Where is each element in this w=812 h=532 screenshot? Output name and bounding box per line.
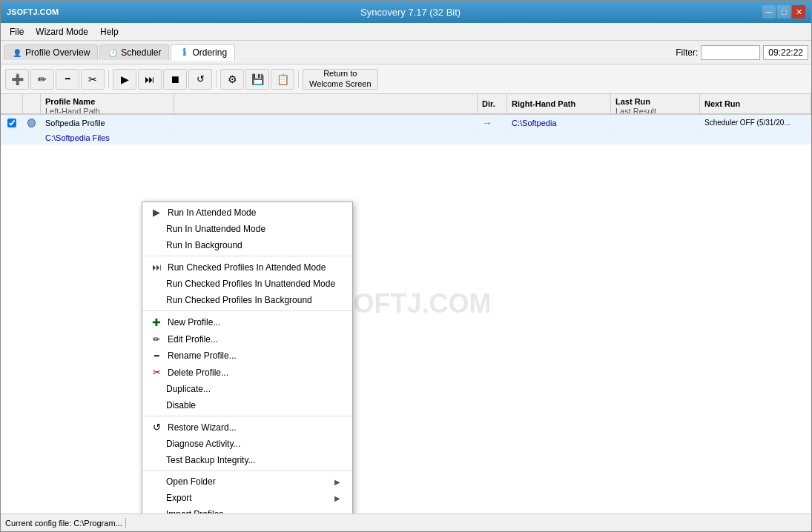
return-welcome-button[interactable]: Return to Welcome Screen (303, 69, 378, 90)
close-button[interactable]: ✕ (792, 5, 805, 19)
rename-profile-ctx-icon: ━ (148, 351, 165, 361)
tab-scheduler[interactable]: 🕐 Scheduler (99, 44, 169, 60)
ctx-delete-profile-label: Delete Profile... (168, 368, 228, 378)
ctx-test-backup-label: Test Backup Integrity... (166, 455, 256, 465)
ctx-run-checked-unattended[interactable]: Run Checked Profiles In Unattended Mode (142, 276, 352, 292)
toolbar-sep-3 (298, 70, 299, 88)
tab-ordering-label: Ordering (192, 47, 227, 58)
brand-left: JSOFTJ.COM (7, 7, 59, 16)
ctx-test-backup[interactable]: Test Backup Integrity... (142, 452, 352, 468)
context-menu: ▶ Run In Attended Mode Run In Unattended… (142, 202, 353, 513)
delete-profile-ctx-icon: ✂ (148, 367, 165, 378)
ctx-run-checked-background-label: Run Checked Profiles In Background (166, 295, 312, 305)
ctx-sep-4 (142, 471, 352, 471)
time-display: 09:22:22 (763, 45, 808, 60)
tab-ordering[interactable]: ℹ Ordering (171, 44, 235, 61)
ctx-export[interactable]: Export ▶ (142, 490, 352, 506)
ctx-run-unattended[interactable]: Run In Unattended Mode (142, 221, 352, 237)
menu-file[interactable]: File (4, 25, 30, 39)
ctx-diagnose[interactable]: Diagnose Activity... (142, 436, 352, 452)
tab-scheduler-label: Scheduler (121, 47, 161, 58)
main-toolbar: ➕ ✏ ━ ✂ ▶ ⏭ ⏹ ↺ ⚙ 💾 📋 Return to Welcome … (1, 64, 811, 94)
ctx-run-attended[interactable]: ▶ Run In Attended Mode (142, 204, 352, 221)
status-bar: Current config file: C:\Program... (1, 513, 811, 531)
ctx-new-profile-label: New Profile... (168, 317, 220, 327)
ctx-duplicate-label: Duplicate... (166, 384, 211, 394)
edit-profile-ctx-icon: ✏ (148, 334, 165, 345)
ctx-rename-profile-label: Rename Profile... (168, 350, 237, 361)
ctx-edit-profile[interactable]: ✏ Edit Profile... (142, 331, 352, 348)
run-checked-attended-icon: ⏭ (148, 262, 165, 273)
main-window: JSOFTJ.COM Syncovery 7.17 (32 Bit) ─ □ ✕… (0, 0, 812, 532)
status-divider (125, 518, 126, 528)
run-button[interactable]: ▶ (113, 69, 136, 90)
ctx-sep-2 (142, 310, 352, 311)
minimize-button[interactable]: ─ (762, 5, 776, 19)
profile-overview-icon: 👤 (12, 47, 22, 58)
ctx-open-folder-label: Open Folder (166, 476, 334, 487)
new-profile-button[interactable]: ➕ (5, 69, 29, 90)
ctx-restore-wizard[interactable]: ↺ Restore Wizard... (142, 419, 352, 436)
context-menu-overlay: ▶ Run In Attended Mode Run In Unattended… (1, 94, 811, 513)
ctx-run-checked-unattended-label: Run Checked Profiles In Unattended Mode (166, 279, 335, 289)
maximize-button[interactable]: □ (777, 5, 790, 19)
ctx-sep-1 (142, 256, 352, 256)
status-text: Current config file: C:\Program... (5, 519, 122, 528)
ctx-export-label: Export (166, 493, 334, 503)
settings-button[interactable]: ⚙ (220, 69, 244, 90)
run-all-button[interactable]: ⏭ (138, 69, 162, 90)
filter-label: Filter: (676, 47, 698, 58)
delete-button[interactable]: ✂ (81, 69, 105, 90)
title-bar-left: JSOFTJ.COM (7, 7, 59, 16)
tab-profile-overview[interactable]: 👤 Profile Overview (4, 44, 98, 60)
rename-button[interactable]: ━ (56, 69, 79, 90)
tab-profile-overview-label: Profile Overview (25, 47, 90, 58)
ctx-import-profiles-label: Import Profiles... (166, 509, 231, 513)
copy-button[interactable]: 📋 (271, 69, 294, 90)
title-bar: JSOFTJ.COM Syncovery 7.17 (32 Bit) ─ □ ✕ (1, 1, 811, 23)
ctx-open-folder[interactable]: Open Folder ▶ (142, 473, 352, 490)
ctx-restore-wizard-label: Restore Wizard... (168, 422, 237, 433)
ctx-delete-profile[interactable]: ✂ Delete Profile... (142, 364, 352, 381)
toolbar-sep-2 (216, 70, 217, 88)
ctx-run-attended-label: Run In Attended Mode (168, 207, 256, 218)
ctx-disable-label: Disable (166, 400, 196, 410)
ctx-run-background-label: Run In Background (166, 240, 242, 250)
ordering-icon: ℹ (179, 47, 189, 58)
menu-bar: File Wizard Mode Help (1, 23, 811, 41)
title-controls: ─ □ ✕ (762, 5, 805, 19)
menu-help[interactable]: Help (94, 25, 125, 39)
ctx-run-checked-attended[interactable]: ⏭ Run Checked Profiles In Attended Mode (142, 259, 352, 276)
filter-input[interactable] (701, 45, 760, 60)
save-button[interactable]: 💾 (245, 69, 269, 90)
ctx-edit-profile-label: Edit Profile... (168, 334, 218, 345)
stop-button[interactable]: ⏹ (163, 69, 187, 90)
restore-wizard-ctx-icon: ↺ (148, 422, 165, 433)
ctx-run-background[interactable]: Run In Background (142, 237, 352, 253)
toolbar-sep-1 (108, 70, 109, 88)
edit-button[interactable]: ✏ (30, 69, 54, 90)
ctx-import-profiles[interactable]: Import Profiles... (142, 506, 352, 513)
ctx-disable[interactable]: Disable (142, 397, 352, 413)
ctx-diagnose-label: Diagnose Activity... (166, 439, 241, 449)
export-submenu-arrow: ▶ (334, 494, 340, 502)
ctx-run-checked-attended-label: Run Checked Profiles In Attended Mode (168, 262, 326, 273)
scheduler-icon: 🕐 (108, 47, 118, 58)
ctx-sep-3 (142, 416, 352, 416)
filter-area: Filter: 09:22:22 (676, 45, 808, 60)
ctx-run-checked-background[interactable]: Run Checked Profiles In Background (142, 292, 352, 308)
ctx-duplicate[interactable]: Duplicate... (142, 381, 352, 397)
ctx-rename-profile[interactable]: ━ Rename Profile... (142, 348, 352, 364)
ctx-new-profile[interactable]: ✚ New Profile... (142, 313, 352, 331)
ctx-run-unattended-label: Run In Unattended Mode (166, 224, 265, 234)
run-attended-icon: ▶ (148, 207, 165, 218)
toolbar-tabs: 👤 Profile Overview 🕐 Scheduler ℹ Orderin… (1, 41, 811, 64)
menu-wizard-mode[interactable]: Wizard Mode (30, 25, 94, 39)
table-area: Profile Name Left-Hand Path Dir. Right-H… (1, 94, 811, 513)
restore-button[interactable]: ↺ (188, 69, 212, 90)
open-folder-submenu-arrow: ▶ (334, 478, 340, 486)
new-profile-ctx-icon: ✚ (148, 316, 165, 328)
window-title: Syncovery 7.17 (32 Bit) (59, 7, 762, 18)
